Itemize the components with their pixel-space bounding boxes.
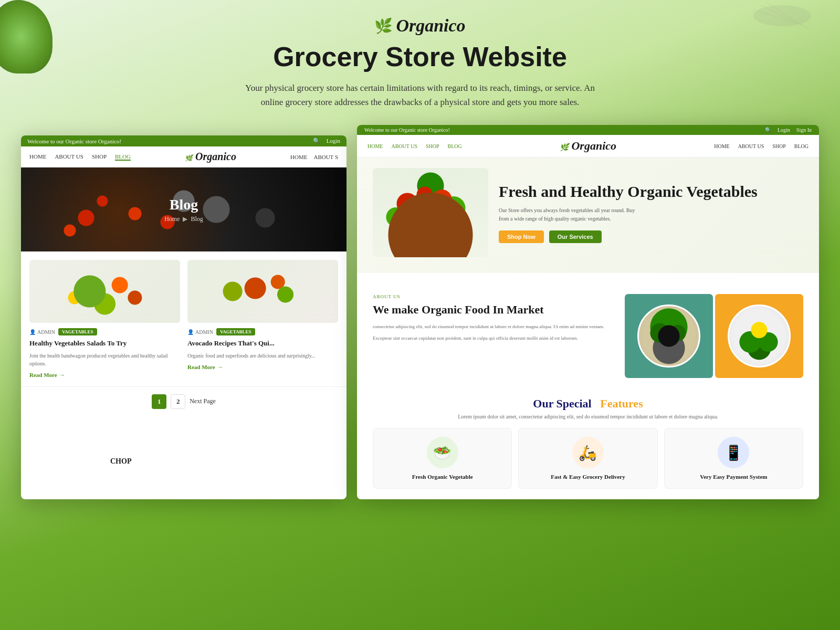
about-title: We make Organic Food In Market xyxy=(373,302,614,318)
left-topbar-welcome: Welcome to our Organic store Organico! xyxy=(27,138,121,144)
blog-hero-bg: Blog Home ▶ Blog xyxy=(21,167,346,251)
nav-right-home[interactable]: HOME xyxy=(290,154,307,160)
hero-buttons: Shop Now Our Services xyxy=(499,230,803,243)
avocado-image xyxy=(187,260,338,323)
page-1-btn[interactable]: 1 xyxy=(152,394,166,409)
shop-now-button[interactable]: Shop Now xyxy=(499,230,544,243)
right-win-logo: 🌿 Organico xyxy=(462,139,714,153)
next-page-label: Next Page xyxy=(190,397,216,405)
card-tag-2: VAGETABLES xyxy=(216,328,255,335)
login-link[interactable]: Login xyxy=(327,138,340,144)
hero-content: Fresh and Healthy Organic Vegetables Our… xyxy=(499,182,803,243)
blog-hero-breadcrumb: Home ▶ Blog xyxy=(164,215,203,223)
right-nav2-blog[interactable]: BLOG xyxy=(794,143,808,149)
features-title-orange: Features xyxy=(600,397,643,410)
blog-card-1: 👤 ADMIN VAGETABLES Healthy Vegetables Sa… xyxy=(29,260,180,377)
left-topbar-right: 🔍 Login xyxy=(313,138,340,144)
right-nav2-shop[interactable]: SHOP xyxy=(772,143,786,149)
breadcrumb-page: Blog xyxy=(191,215,203,223)
left-nav-right: HOME ABOUT S xyxy=(290,154,338,160)
hero-image xyxy=(373,168,488,257)
feature-title-2: Fast & Easy Grocery Delivery xyxy=(525,474,650,480)
main-title: Grocery Store Website xyxy=(10,41,830,72)
card-readmore-2[interactable]: Read More → xyxy=(187,364,338,370)
author-icon-1: 👤 xyxy=(29,329,36,335)
card-title-2: Avocado Recipes That's Qui... xyxy=(187,339,338,348)
card-desc-2: Organic food and superfoods are deliciou… xyxy=(187,352,338,360)
feature-icon-3: 📱 xyxy=(718,437,749,468)
right-login[interactable]: Login xyxy=(778,127,790,133)
readmore-arrow-1: → xyxy=(59,372,65,378)
next-page-btn[interactable]: Next Page xyxy=(190,397,216,405)
blog-hero-title: Blog xyxy=(170,196,198,213)
breadcrumb-arrow: ▶ xyxy=(183,215,187,223)
nav-about[interactable]: ABOUT US xyxy=(55,153,83,161)
breadcrumb-home: Home xyxy=(164,215,180,223)
card-author-1: 👤 ADMIN xyxy=(29,329,55,335)
card-tags-2: 👤 ADMIN VAGETABLES xyxy=(187,328,338,335)
window-left: Welcome to our Organic store Organico! 🔍… xyxy=(21,135,346,499)
right-nav2-home[interactable]: HOME xyxy=(714,143,729,149)
readmore-arrow-2: → xyxy=(217,364,223,370)
pagination: 1 2 Next Page xyxy=(21,386,346,416)
right-nav-shop[interactable]: SHOP xyxy=(426,143,439,149)
about-label: ABOUT US xyxy=(373,294,614,299)
right-nav2-about[interactable]: ABOUT US xyxy=(738,143,764,149)
about-img-2 xyxy=(715,294,803,378)
right-signin[interactable]: Sign In xyxy=(796,127,812,133)
feature-card-1: 🥗 Fresh Organic Vegetable xyxy=(373,428,512,489)
chop-label: CHOP xyxy=(105,456,136,467)
about-text: ABOUT US We make Organic Food In Market … xyxy=(373,294,614,346)
card-title-1: Healthy Vegetables Salads To Try xyxy=(29,339,180,348)
card-img-1 xyxy=(29,260,180,323)
nav-home[interactable]: HOME xyxy=(29,153,46,161)
card-desc-1: Join the health bandwagon produced veget… xyxy=(29,352,180,368)
right-nav-right: HOME ABOUT US SHOP BLOG xyxy=(714,143,808,149)
features-title-blue: Our Special xyxy=(533,397,591,410)
about-images xyxy=(625,294,803,378)
left-win-logo: 🌿 Organico xyxy=(131,151,290,163)
feature-card-2: 🛵 Fast & Easy Grocery Delivery xyxy=(518,428,657,489)
nav-blog[interactable]: BLOG xyxy=(115,153,131,161)
salad-image xyxy=(29,260,180,323)
right-nav-about[interactable]: ABOUT US xyxy=(391,143,417,149)
right-topbar-actions: 🔍 Login Sign In xyxy=(765,127,812,133)
feature-title-3: Very Easy Payment System xyxy=(671,474,796,480)
card-img-2 xyxy=(187,260,338,323)
about-desc-1: consectetur adipiscing elit, sed do eius… xyxy=(373,323,614,330)
feature-icon-1: 🥗 xyxy=(427,437,458,468)
right-nav-home[interactable]: HOME xyxy=(368,143,383,149)
food-img-2 xyxy=(728,304,791,368)
windows-container: Welcome to our Organic store Organico! 🔍… xyxy=(0,120,840,510)
right-topbar: Welcome to our Organic store Organico! 🔍… xyxy=(357,125,819,135)
blog-card-2: 👤 ADMIN VAGETABLES Avocado Recipes That'… xyxy=(187,260,338,377)
top-section: 🌿 Organico Grocery Store Website Your ph… xyxy=(0,0,840,120)
hero-title: Fresh and Healthy Organic Vegetables xyxy=(499,182,803,201)
our-services-button[interactable]: Our Services xyxy=(549,230,602,243)
author-icon-2: 👤 xyxy=(187,329,194,335)
card-tags-1: 👤 ADMIN VAGETABLES xyxy=(29,328,180,335)
nav-right-about[interactable]: ABOUT S xyxy=(313,154,338,160)
about-img-1 xyxy=(625,294,713,378)
card-author-2: 👤 ADMIN xyxy=(187,329,213,335)
search-icon[interactable]: 🔍 xyxy=(313,138,320,144)
blog-hero: Blog Home ▶ Blog xyxy=(21,167,346,251)
nav-shop[interactable]: SHOP xyxy=(92,153,107,161)
right-nav-blog[interactable]: BLOG xyxy=(448,143,462,149)
right-nav-left: HOME ABOUT US SHOP BLOG xyxy=(368,143,462,149)
page-2-btn[interactable]: 2 xyxy=(171,394,185,409)
feature-card-3: 📱 Very Easy Payment System xyxy=(664,428,803,489)
logo-area: 🌿 Organico xyxy=(10,16,830,36)
feature-icon-2: 🛵 xyxy=(572,437,604,468)
hero-desc: Our Store offers you always fresh vegeta… xyxy=(499,206,646,223)
about-section: ABOUT US We make Organic Food In Market … xyxy=(357,284,819,388)
right-topbar-welcome: Welcome to our Organic store Organico! xyxy=(364,127,450,133)
features-subtitle: Lorem ipsum dolor sit amet, consectetur … xyxy=(373,414,803,419)
right-nav: HOME ABOUT US SHOP BLOG 🌿 Organico HOME … xyxy=(357,135,819,158)
right-search-icon[interactable]: 🔍 xyxy=(765,127,771,133)
window-right: Welcome to our Organic store Organico! 🔍… xyxy=(357,125,819,499)
left-topbar: Welcome to our Organic store Organico! 🔍… xyxy=(21,135,346,146)
left-nav: HOME ABOUT US SHOP BLOG 🌿 Organico HOME … xyxy=(21,146,346,167)
card-readmore-1[interactable]: Read More → xyxy=(29,372,180,378)
subtitle: Your physical grocery store has certain … xyxy=(236,81,604,109)
